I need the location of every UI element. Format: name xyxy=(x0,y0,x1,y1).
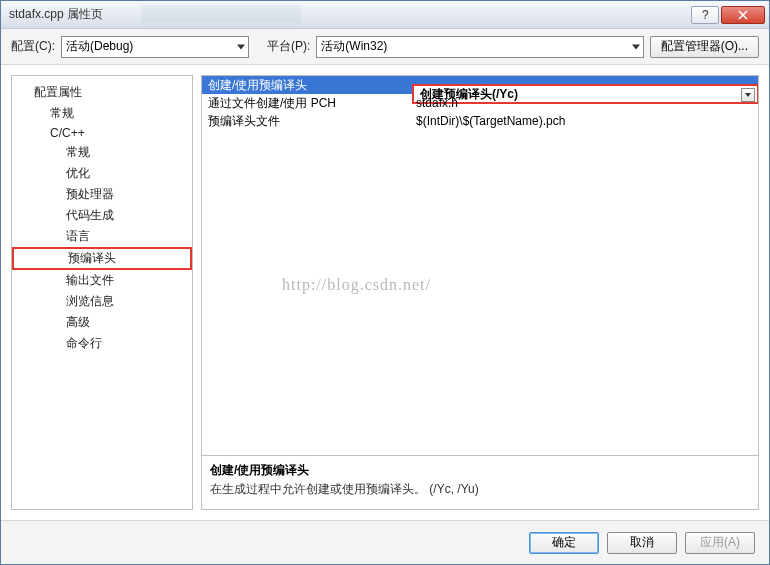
prop-value: $(IntDir)\$(TargetName).pch xyxy=(412,114,758,128)
dialog-window: stdafx.cpp 属性页 ? 配置(C): 活动(Debug) 平台(P):… xyxy=(0,0,770,565)
chevron-down-icon xyxy=(237,44,245,49)
prop-name: 预编译头文件 xyxy=(202,113,412,130)
system-buttons: ? xyxy=(691,6,765,24)
config-manager-button[interactable]: 配置管理器(O)... xyxy=(650,36,759,58)
tree-cc[interactable]: C/C++ xyxy=(12,124,192,142)
close-button[interactable] xyxy=(721,6,765,24)
grid-row[interactable]: 预编译头文件 $(IntDir)\$(TargetName).pch xyxy=(202,112,758,130)
config-value: 活动(Debug) xyxy=(66,38,133,55)
tree-highlight-box: 预编译头 xyxy=(12,247,192,270)
tree-item[interactable]: 常规 xyxy=(12,142,192,163)
config-toolbar: 配置(C): 活动(Debug) 平台(P): 活动(Win32) 配置管理器(… xyxy=(1,29,769,65)
platform-value: 活动(Win32) xyxy=(321,38,387,55)
grid-row-selected[interactable]: 创建/使用预编译头 创建预编译头(/Yc) xyxy=(202,76,758,94)
apply-button[interactable]: 应用(A) xyxy=(685,532,755,554)
platform-select[interactable]: 活动(Win32) xyxy=(316,36,643,58)
config-select[interactable]: 活动(Debug) xyxy=(61,36,249,58)
tree-general[interactable]: 常规 xyxy=(12,103,192,124)
help-button[interactable]: ? xyxy=(691,6,719,24)
tree-item-precompiled[interactable]: 预编译头 xyxy=(14,250,190,267)
property-grid[interactable]: 创建/使用预编译头 创建预编译头(/Yc) 通过文件创建/使用 PCH stda… xyxy=(202,76,758,455)
config-label: 配置(C): xyxy=(11,38,55,55)
tree-item[interactable]: 优化 xyxy=(12,163,192,184)
tree-item[interactable]: 浏览信息 xyxy=(12,291,192,312)
svg-text:?: ? xyxy=(702,10,709,20)
tree-root[interactable]: 配置属性 xyxy=(12,82,192,103)
prop-name: 创建/使用预编译头 xyxy=(202,77,412,94)
prop-name: 通过文件创建/使用 PCH xyxy=(202,95,412,112)
dialog-footer: 确定 取消 应用(A) xyxy=(1,520,769,564)
tree-item[interactable]: 高级 xyxy=(12,312,192,333)
title-blur-overlay xyxy=(141,5,301,23)
chevron-down-icon xyxy=(632,44,640,49)
desc-body: 在生成过程中允许创建或使用预编译头。 (/Yc, /Yu) xyxy=(210,481,750,498)
desc-title: 创建/使用预编译头 xyxy=(210,462,750,479)
tree-item[interactable]: 预处理器 xyxy=(12,184,192,205)
tree-item[interactable]: 命令行 xyxy=(12,333,192,354)
property-tree[interactable]: 配置属性 常规 C/C++ 常规 优化 预处理器 代码生成 语言 预编译头 输出… xyxy=(11,75,193,510)
description-panel: 创建/使用预编译头 在生成过程中允许创建或使用预编译头。 (/Yc, /Yu) xyxy=(202,455,758,509)
tree-item[interactable]: 输出文件 xyxy=(12,270,192,291)
watermark-text: http://blog.csdn.net/ xyxy=(282,276,431,294)
titlebar[interactable]: stdafx.cpp 属性页 ? xyxy=(1,1,769,29)
grid-row[interactable]: 通过文件创建/使用 PCH stdafx.h xyxy=(202,94,758,112)
ok-button[interactable]: 确定 xyxy=(529,532,599,554)
tree-item[interactable]: 语言 xyxy=(12,226,192,247)
platform-label: 平台(P): xyxy=(267,38,310,55)
tree-item[interactable]: 代码生成 xyxy=(12,205,192,226)
content-area: 配置属性 常规 C/C++ 常规 优化 预处理器 代码生成 语言 预编译头 输出… xyxy=(1,65,769,520)
window-title: stdafx.cpp 属性页 xyxy=(9,6,691,23)
property-panel: 创建/使用预编译头 创建预编译头(/Yc) 通过文件创建/使用 PCH stda… xyxy=(201,75,759,510)
cancel-button[interactable]: 取消 xyxy=(607,532,677,554)
prop-value: stdafx.h xyxy=(412,96,758,110)
